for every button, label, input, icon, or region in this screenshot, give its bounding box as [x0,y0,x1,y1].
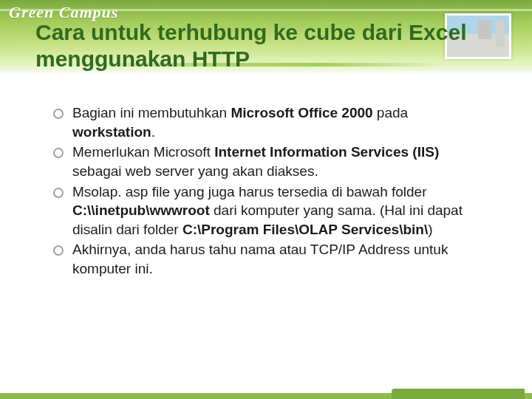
bullet-list: Bagian ini membutuhkan Microsoft Office … [52,103,488,279]
text: Memerlukan Microsoft [72,144,214,160]
text-bold: Internet Information Services (IIS) [214,144,439,160]
footer-accent [0,393,532,399]
slide-title: Cara untuk terhubung ke cube dari Excel … [35,19,497,72]
text-bold: C:\Program Files\OLAP Services\bin\ [183,222,428,237]
text: pada [373,105,409,120]
text-bold: C:\\inetpub\wwwroot [72,202,210,218]
list-item: Bagian ini membutuhkan Microsoft Office … [52,103,488,141]
text-bold: Microsoft Office 2000 [231,105,372,120]
text-bold: workstation [72,124,151,140]
text: Bagian ini membutuhkan [72,105,231,120]
text: sebagai web server yang akan diakses. [72,163,318,179]
list-item: Akhirnya, anda harus tahu nama atau TCP/… [52,240,488,278]
list-item: Msolap. asp file yang juga harus tersedi… [52,183,488,239]
text: Msolap. asp file yang juga harus tersedi… [72,184,427,200]
slide-body: Bagian ini membutuhkan Microsoft Office … [52,103,488,280]
text: ) [428,222,432,237]
list-item: Memerlukan Microsoft Internet Informatio… [52,143,488,180]
text: Akhirnya, anda harus tahu nama atau TCP/… [72,242,448,276]
text: . [151,124,155,140]
